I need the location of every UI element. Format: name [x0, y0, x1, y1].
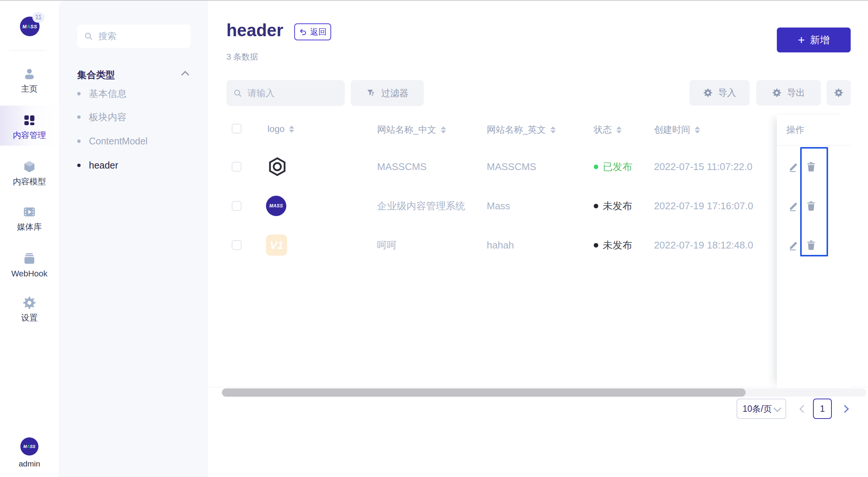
cube-icon	[22, 159, 37, 174]
collections-group-header[interactable]: 集合类型	[77, 69, 190, 81]
export-button[interactable]: 导出	[756, 80, 821, 106]
column-header-status[interactable]: 状态	[594, 124, 622, 136]
current-page-button[interactable]: 1	[813, 399, 832, 419]
site-name-cn-cell: 呵呵	[377, 239, 397, 252]
user-avatar[interactable]: MASS	[20, 437, 38, 456]
pencil-icon	[788, 239, 799, 251]
collection-item-label: header	[89, 160, 118, 171]
column-header-logo[interactable]: logo	[267, 124, 294, 134]
row-checkbox[interactable]	[232, 201, 241, 211]
scrollbar-thumb[interactable]	[222, 388, 746, 397]
select-all-checkbox[interactable]	[232, 124, 241, 133]
edit-button[interactable]	[787, 160, 800, 173]
collection-item-block-content[interactable]: 板块内容	[77, 110, 190, 123]
sort-icon[interactable]	[550, 126, 556, 133]
username-label: admin	[0, 459, 59, 468]
column-label: 网站名称_英文	[487, 124, 546, 136]
import-button[interactable]: 导入	[689, 80, 750, 106]
bullet-dot	[77, 92, 81, 95]
sidebar-item-label: 主页	[21, 84, 38, 94]
page-size-select[interactable]: 10条/页	[737, 399, 786, 419]
column-label: 状态	[594, 124, 612, 136]
filter-button[interactable]: 过滤器	[351, 80, 424, 106]
collection-item-label: ContentModel	[89, 136, 148, 147]
page-size-value: 10条/页	[743, 403, 772, 415]
search-icon	[84, 32, 93, 41]
sidebar-item-content-model[interactable]: 内容模型	[0, 159, 59, 187]
table-search-input[interactable]	[247, 87, 338, 99]
plus-icon: +	[798, 34, 805, 46]
bullet-dot	[77, 115, 81, 119]
status-label: 未发布	[603, 239, 632, 252]
collection-item-basic-info[interactable]: 基本信息	[77, 87, 190, 100]
header-divider	[777, 145, 851, 146]
back-button[interactable]: 返回	[294, 23, 331, 40]
sort-icon[interactable]	[289, 126, 294, 133]
collection-item-contentmodel[interactable]: ContentModel	[77, 135, 190, 147]
add-new-button[interactable]: + 新增	[777, 28, 851, 52]
site-name-en-cell: Mass	[487, 200, 510, 212]
next-page-button[interactable]	[837, 399, 852, 419]
table-settings-button[interactable]	[827, 80, 851, 106]
sidebar-item-home[interactable]: 主页	[0, 66, 59, 94]
column-label: 创建时间	[654, 124, 690, 136]
funnel-icon	[366, 88, 376, 98]
sidebar-item-label: 内容模型	[13, 177, 46, 187]
column-header-actions: 操作	[786, 124, 804, 136]
sort-icon[interactable]	[616, 126, 622, 133]
gear-icon	[772, 88, 782, 98]
site-name-cn-cell: MASSCMS	[377, 161, 426, 173]
created-time-cell: 2022-07-19 17:16:07.0	[654, 200, 753, 212]
status-label: 未发布	[603, 199, 632, 213]
site-name-cn-cell: 企业级内容管理系统	[377, 199, 465, 213]
sidebar-item-label: 内容管理	[13, 130, 46, 140]
gear-icon	[22, 295, 37, 310]
export-label: 导出	[787, 87, 805, 99]
divider	[9, 50, 46, 51]
collections-search[interactable]	[77, 25, 191, 48]
pencil-icon	[788, 161, 799, 172]
sidebar-item-content-management[interactable]: 内容管理	[0, 113, 59, 140]
grid-icon	[22, 113, 37, 128]
row-checkbox[interactable]	[232, 162, 241, 172]
status-cell: 未发布	[594, 239, 632, 252]
sidebar-item-media-library[interactable]: 媒体库	[0, 204, 59, 232]
chevron-up-icon[interactable]	[181, 71, 189, 79]
collection-item-header[interactable]: header	[77, 159, 190, 172]
column-label: logo	[267, 124, 284, 134]
sidebar-item-webhook[interactable]: WebHook	[0, 251, 59, 279]
edit-button[interactable]	[787, 199, 800, 212]
chevron-down-icon	[773, 404, 781, 412]
sidebar-item-label: 媒体库	[17, 222, 42, 232]
edit-button[interactable]	[787, 239, 800, 252]
collections-sidebar: 集合类型 基本信息 板块内容 ContentModel header	[59, 1, 208, 477]
sidebar-item-label: 设置	[21, 313, 38, 323]
status-cell: 未发布	[594, 199, 632, 213]
sidebar-item-settings[interactable]: 设置	[0, 295, 59, 323]
status-label: 已发布	[603, 160, 632, 173]
brand-logo-text: MASS	[22, 24, 37, 29]
horizontal-scrollbar[interactable]	[222, 388, 866, 397]
column-header-site-name-cn[interactable]: 网站名称_中文	[377, 124, 446, 136]
group-title: 集合类型	[77, 69, 115, 81]
site-name-en-cell: MASSCMS	[487, 161, 536, 173]
sort-icon[interactable]	[441, 126, 446, 133]
row-checkbox[interactable]	[232, 240, 241, 250]
app-root: MASS 11 主页 内容管理 内容模型 媒体库 WebHook 设置	[0, 0, 868, 477]
column-header-created-time[interactable]: 创建时间	[654, 124, 700, 136]
created-time-cell: 2022-07-15 11:07:22.0	[654, 161, 752, 173]
collections-search-input[interactable]	[98, 31, 184, 42]
chevron-left-icon	[799, 405, 807, 413]
column-header-site-name-en[interactable]: 网站名称_英文	[487, 124, 556, 136]
sort-icon[interactable]	[695, 126, 700, 133]
notification-badge: 11	[32, 12, 44, 23]
table-search[interactable]	[226, 80, 345, 106]
row-logo: V1	[266, 235, 287, 256]
bullet-dot	[77, 164, 81, 167]
undo-icon	[299, 28, 307, 36]
status-dot	[594, 204, 598, 208]
page-title: header	[226, 20, 283, 40]
gear-icon	[703, 88, 713, 98]
prev-page-button[interactable]	[796, 399, 811, 419]
status-dot	[594, 164, 598, 169]
